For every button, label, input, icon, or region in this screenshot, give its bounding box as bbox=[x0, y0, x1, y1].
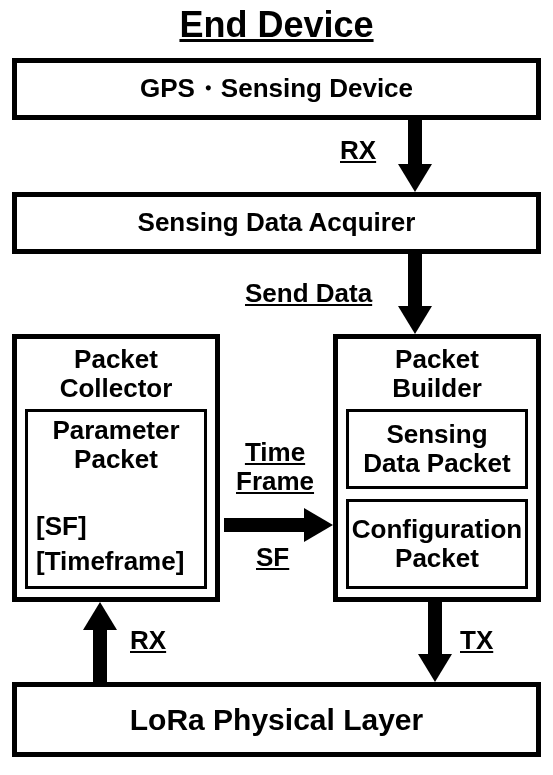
svg-marker-3 bbox=[398, 306, 432, 334]
gps-label: GPS・Sensing Device bbox=[140, 74, 413, 104]
sensing-data-acquirer-box: Sensing Data Acquirer bbox=[12, 192, 541, 254]
rx-label-2: RX bbox=[130, 625, 166, 656]
sensing-data-packet-label: Sensing Data Packet bbox=[363, 420, 510, 477]
arrow-collector-to-builder bbox=[224, 505, 333, 545]
arrow-gps-to-acquirer bbox=[395, 120, 435, 192]
svg-marker-7 bbox=[83, 602, 117, 630]
packet-builder-title: Packet Builder bbox=[338, 345, 536, 402]
packet-collector-box: Packet Collector Parameter Packet [SF] [… bbox=[12, 334, 220, 602]
parameter-packet-box: Parameter Packet [SF] [Timeframe] bbox=[25, 409, 207, 589]
time-frame-label: Time Frame bbox=[236, 438, 314, 495]
arrow-acquirer-to-builder bbox=[395, 254, 435, 334]
svg-marker-1 bbox=[398, 164, 432, 192]
configuration-packet-box: Configuration Packet bbox=[346, 499, 528, 589]
sf-label: SF bbox=[256, 542, 289, 573]
send-data-label: Send Data bbox=[245, 278, 372, 309]
parameter-packet-title: Parameter Packet bbox=[28, 416, 204, 473]
arrow-builder-to-lora bbox=[415, 602, 455, 682]
packet-builder-box: Packet Builder Sensing Data Packet Confi… bbox=[333, 334, 541, 602]
sf-text: [SF] bbox=[36, 512, 87, 541]
lora-physical-layer-box: LoRa Physical Layer bbox=[12, 682, 541, 757]
packet-collector-title: Packet Collector bbox=[17, 345, 215, 402]
tx-label: TX bbox=[460, 625, 493, 656]
gps-sensing-device-box: GPS・Sensing Device bbox=[12, 58, 541, 120]
svg-marker-5 bbox=[304, 508, 333, 542]
configuration-packet-label: Configuration Packet bbox=[352, 515, 522, 572]
arrow-lora-to-collector bbox=[80, 602, 120, 682]
timeframe-text: [Timeframe] bbox=[36, 547, 184, 576]
sensing-data-packet-box: Sensing Data Packet bbox=[346, 409, 528, 489]
svg-marker-9 bbox=[418, 654, 452, 682]
acquirer-label: Sensing Data Acquirer bbox=[138, 208, 416, 238]
rx-label-1: RX bbox=[340, 135, 376, 166]
diagram-title: End Device bbox=[0, 4, 553, 46]
lora-label: LoRa Physical Layer bbox=[130, 703, 423, 737]
